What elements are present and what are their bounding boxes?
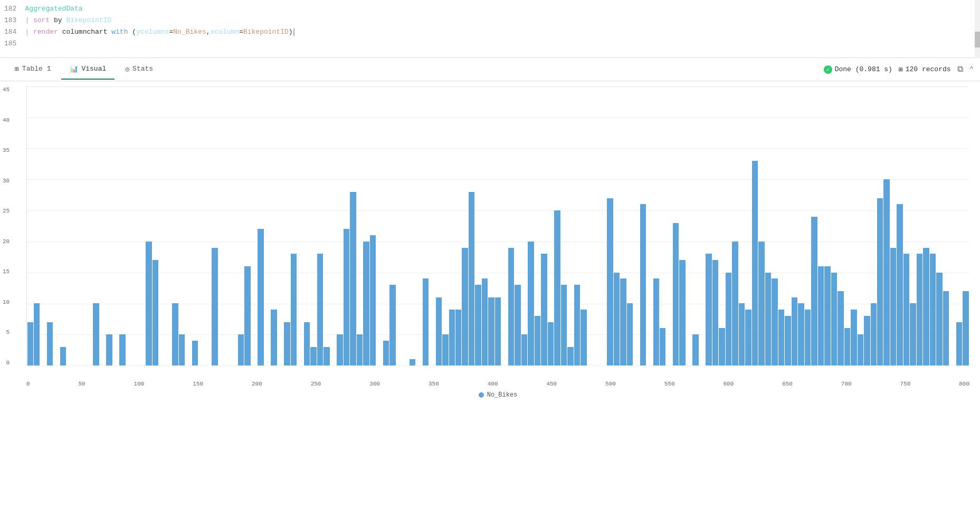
bar-96 (660, 328, 665, 365)
bar-93 (640, 204, 646, 365)
bar-125 (851, 310, 857, 365)
bar-10 (93, 303, 99, 365)
bar-71 (495, 297, 501, 365)
bar-89 (614, 273, 620, 365)
bar-95 (653, 278, 659, 365)
legend-dot-nobikes (479, 392, 484, 398)
bar-134 (910, 303, 916, 365)
bar-55 (389, 285, 395, 365)
bar-75 (521, 334, 527, 365)
bar-141 (956, 322, 962, 365)
bar-138 (936, 273, 942, 365)
bar-109 (745, 310, 751, 365)
x-label-650: 650 (782, 381, 793, 387)
bar-107 (732, 242, 738, 365)
bar-12 (106, 334, 112, 365)
bar-14 (119, 334, 125, 365)
x-label-750: 750 (900, 381, 911, 387)
bar-108 (739, 303, 745, 365)
chart-inner: 45 40 35 30 25 20 15 10 5 0 (26, 86, 969, 387)
bar-43 (310, 347, 316, 365)
x-label-50: 50 (78, 381, 85, 387)
done-check-icon: ✓ (824, 65, 832, 74)
x-label-350: 350 (429, 381, 439, 387)
tab-table1[interactable]: ⊞ Table 1 (6, 60, 59, 80)
collapse-button[interactable]: ⌃ (969, 65, 974, 74)
bar-103 (706, 254, 711, 365)
x-label-600: 600 (723, 381, 734, 387)
bar-22 (172, 303, 178, 365)
tab-stats[interactable]: ◎ Stats (117, 60, 161, 80)
line-number-184: 184 (4, 26, 25, 38)
bar-119 (811, 217, 817, 365)
tabs-bar: ⊞ Table 1 📊 Visual ◎ Stats ✓ Done (0.981… (0, 58, 980, 81)
bar-40 (291, 254, 297, 365)
bar-77 (535, 316, 540, 365)
code-line-184: 184 | render columnchart with (ycolumns=… (0, 26, 980, 38)
bar-104 (712, 260, 718, 365)
bar-35 (258, 229, 263, 365)
bar-129 (877, 198, 883, 365)
bar-66 (462, 248, 468, 365)
y-label-25: 25 (3, 208, 9, 214)
editor-scrollbar[interactable] (975, 0, 980, 58)
x-label-200: 200 (252, 381, 262, 387)
code-content-184[interactable]: | render columnchart with (ycolumns=No_B… (25, 26, 976, 38)
bar-127 (864, 316, 870, 365)
copy-button[interactable]: ⧉ (957, 64, 963, 74)
bar-37 (271, 310, 277, 365)
code-editor-panel: 182 AggregatedData 183 | sort by Bikepoi… (0, 0, 980, 58)
grid-line-0 (27, 365, 969, 366)
bar-124 (844, 328, 850, 365)
bar-99 (679, 260, 685, 365)
bar-133 (903, 254, 909, 365)
code-content-182[interactable]: AggregatedData (25, 3, 976, 15)
bar-82 (567, 347, 573, 365)
bar-25 (192, 341, 198, 365)
done-label: Done (0.981 s) (835, 65, 892, 73)
records-badge: ⊞ 120 records (899, 65, 951, 74)
bar-33 (244, 266, 250, 365)
bar-131 (890, 248, 896, 365)
x-label-500: 500 (605, 381, 616, 387)
y-label-15: 15 (3, 268, 9, 275)
records-grid-icon: ⊞ (899, 65, 903, 74)
bar-128 (871, 303, 877, 365)
bar-23 (179, 334, 185, 365)
tab-table1-label: Table 1 (22, 65, 51, 73)
bar-81 (561, 285, 567, 365)
bar-121 (824, 266, 830, 365)
code-content-183[interactable]: | sort by BikepointID (25, 15, 976, 26)
bar-114 (778, 310, 784, 365)
bar-90 (620, 278, 626, 365)
bar-50 (357, 334, 363, 365)
bar-117 (798, 303, 804, 365)
bar-63 (442, 334, 448, 365)
bar-73 (508, 248, 514, 365)
bar-39 (284, 322, 290, 365)
bar-32 (238, 334, 244, 365)
code-line-182: 182 AggregatedData (0, 3, 980, 15)
bar-67 (469, 192, 474, 365)
x-label-550: 550 (664, 381, 675, 387)
bar-91 (627, 303, 633, 365)
bar-78 (541, 254, 547, 365)
x-label-400: 400 (488, 381, 498, 387)
bar-1 (34, 303, 40, 365)
bar-62 (436, 297, 442, 365)
editor-scrollbar-thumb[interactable] (975, 32, 980, 47)
bar-111 (758, 242, 764, 365)
bar-110 (752, 161, 758, 365)
bar-118 (805, 310, 811, 365)
line-number-183: 183 (4, 15, 25, 26)
bar-68 (475, 285, 481, 365)
bar-44 (317, 254, 323, 365)
y-label-45: 45 (3, 86, 9, 93)
chart-container: 45 40 35 30 25 20 15 10 5 0 (0, 81, 980, 408)
code-line-183: 183 | sort by BikepointID (0, 15, 980, 26)
bar-139 (943, 291, 949, 365)
tab-visual[interactable]: 📊 Visual (61, 60, 115, 80)
bar-0 (27, 322, 33, 365)
tab-stats-label: Stats (132, 65, 153, 73)
bar-3 (47, 322, 53, 365)
